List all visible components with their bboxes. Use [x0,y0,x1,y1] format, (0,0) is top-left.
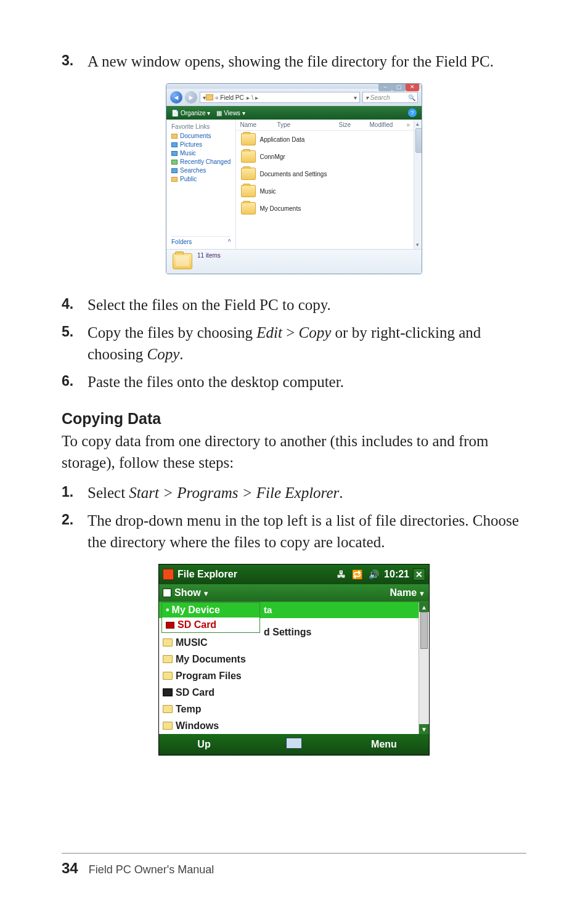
keyboard-icon [286,738,302,749]
step3-num: 3. [62,51,88,72]
fav-recent[interactable]: Recently Changed [171,158,231,165]
cstep2-num: 2. [62,510,88,553]
folder-icon [241,150,256,163]
folders-label[interactable]: Folders [171,238,192,245]
scroll-up-icon[interactable]: ▲ [419,602,429,612]
folder-icon [241,133,256,145]
show-menu[interactable]: Show▼ [174,587,210,598]
vista-screenshot: – ▢ ✕ ◄ ► ▾ « Field PC ▸ \ ▸ ▾ ▾ [62,83,526,277]
dropdown-current[interactable]: My Device [162,603,259,618]
step6-text: Paste the files onto the desktop compute… [88,371,526,393]
cstep2-text: The drop-down menu in the top left is a … [88,510,526,553]
close-button[interactable]: ✕ [413,568,425,581]
directory-dropdown[interactable]: My Device SD Card [161,602,260,633]
folder-icon [241,202,256,214]
status-bar: 11 items [166,249,422,274]
search-input[interactable]: ▾ Search 🔍 [362,92,418,103]
page-footer: 34 Field PC Owner's Manual [62,853,526,877]
sidebar: Favorite Links Documents Pictures Music … [166,120,236,249]
step4-text: Select the files on the Field PC to copy… [88,294,526,316]
status-folder-icon [173,253,192,269]
list-item[interactable]: Temp [163,701,417,717]
sync-icon: 🔁 [352,569,362,579]
list-item[interactable]: Program Files [163,667,417,684]
file-list: Application Data ConnMgr Documents and S… [236,131,414,249]
list-item[interactable]: MUSIC [163,634,417,651]
softkey-up[interactable]: Up [159,739,249,750]
folder-icon [163,705,173,713]
step3-text: A new window opens, showing the file dir… [88,51,526,72]
step5-text: Copy the files by choosing Edit > Copy o… [88,322,526,365]
app-title: File Explorer [178,569,237,580]
folder-icon [163,722,173,730]
show-icon [163,589,171,597]
organize-menu[interactable]: 📄 Organize ▾ [171,110,210,116]
folder-icon [163,672,173,680]
addr-sep: ▸ \ ▸ [247,94,258,101]
sdcard-icon [163,688,173,696]
cstep1-num: 1. [62,482,88,503]
clock: 10:21 [384,569,409,580]
fav-documents[interactable]: Documents [171,132,231,139]
help-icon[interactable]: ? [408,108,417,117]
search-icon: 🔍 [408,94,415,101]
minimize-button[interactable]: – [378,83,392,91]
softkey-menu[interactable]: Menu [339,739,429,750]
scrollbar[interactable]: ▲ ▼ [419,602,429,734]
list-item[interactable]: Windows [163,717,417,734]
step5-num: 5. [62,322,88,365]
keyboard-button[interactable] [249,738,339,751]
cstep1-text: Select Start > Programs > File Explorer. [88,482,526,503]
footer-title: Field PC Owner's Manual [89,863,214,876]
folders-chevron-icon[interactable]: ^ [228,238,231,245]
volume-icon: 🔊 [369,569,379,579]
folder-icon [206,94,213,100]
list-item[interactable]: ConnMgr [236,148,414,165]
fav-public[interactable]: Public [171,176,231,182]
signal-icon: 🖧 [337,569,346,579]
address-bar[interactable]: ▾ « Field PC ▸ \ ▸ ▾ [200,92,360,103]
copying-intro: To copy data from one directory to anoth… [62,430,526,473]
search-placeholder: Search [370,94,390,101]
list-item[interactable]: My Documents [236,200,414,217]
folder-icon [241,185,256,197]
fav-pictures[interactable]: Pictures [171,141,231,148]
column-headers[interactable]: Name Type Size Modified » [236,120,414,131]
scroll-down-icon[interactable]: ▼ [419,724,429,734]
sort-menu[interactable]: Name▼ [390,587,425,598]
list-item[interactable]: SD Card [163,684,417,701]
back-button[interactable]: ◄ [170,91,182,104]
fav-header: Favorite Links [171,123,231,130]
close-button[interactable]: ✕ [406,83,419,91]
status-text: 11 items [197,252,221,259]
list-item[interactable]: Application Data [236,131,414,148]
list-item[interactable]: My Documents [163,651,417,667]
forward-button[interactable]: ► [185,91,197,104]
views-menu[interactable]: ▦ Views ▾ [216,110,245,116]
folder-icon [163,655,173,663]
sdcard-icon [166,622,174,629]
row-frag-ta: ta [264,605,272,615]
fav-searches[interactable]: Searches [171,167,231,174]
maximize-button[interactable]: ▢ [392,83,406,91]
mobile-screenshot: File Explorer 🖧 🔁 🔊 10:21 ✕ Show▼ Name▼ … [62,564,526,756]
step6-num: 6. [62,371,88,393]
dropdown-item-sdcard[interactable]: SD Card [162,618,259,632]
step4-num: 4. [62,294,88,316]
folder-icon [163,638,173,646]
copying-data-heading: Copying Data [62,410,526,428]
scrollbar[interactable] [414,120,422,249]
start-icon[interactable] [163,569,174,580]
page-number: 34 [62,860,78,876]
list-item[interactable]: Music [236,182,414,200]
fav-music[interactable]: Music [171,150,231,157]
addr-label: Field PC [220,94,243,101]
list-item[interactable]: Documents and Settings [236,165,414,182]
folder-icon [241,168,256,180]
